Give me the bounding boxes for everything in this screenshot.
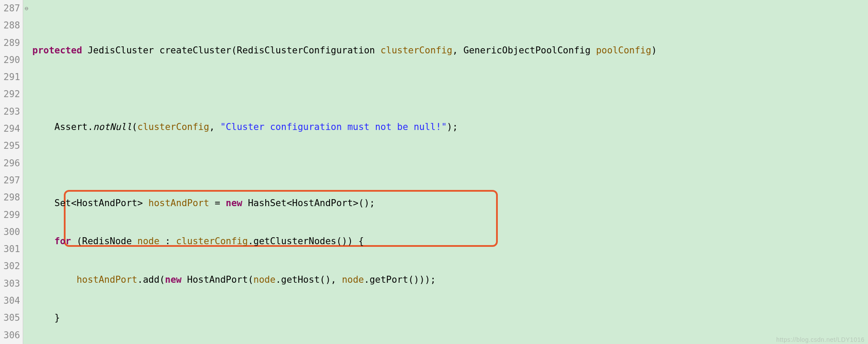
code-line (30, 157, 868, 174)
watermark-text: https://blog.csdn.net/LDY1016 (776, 336, 865, 343)
line-number: 302 (0, 258, 20, 275)
line-number: 298 (0, 189, 20, 206)
line-number: 287 (0, 0, 20, 17)
code-editor[interactable]: protected JedisCluster createCluster(Red… (30, 0, 868, 344)
line-number: 294 (0, 120, 20, 137)
code-line: Assert.notNull(clusterConfig, "Cluster c… (30, 119, 868, 136)
fold-column: ⊖ (23, 0, 30, 344)
line-number: 297 (0, 172, 20, 189)
code-line: hostAndPort.add(new HostAndPort(node.get… (30, 271, 868, 288)
code-line: Set<HostAndPort> hostAndPort = new HashS… (30, 195, 868, 212)
line-number: 301 (0, 241, 20, 258)
line-number: 290 (0, 52, 20, 69)
line-number: 303 (0, 275, 20, 292)
line-number: 291 (0, 69, 20, 86)
code-line (30, 80, 868, 97)
line-number: 306 (0, 327, 20, 344)
line-number: 288 (0, 17, 20, 34)
line-number: 296 (0, 155, 20, 172)
line-number: 304 (0, 292, 20, 309)
line-number: 289 (0, 35, 20, 52)
line-number: 300 (0, 224, 20, 241)
line-number: 299 (0, 207, 20, 224)
line-number: 292 (0, 86, 20, 103)
line-number: 293 (0, 103, 20, 120)
fold-toggle-icon[interactable]: ⊖ (23, 0, 30, 17)
code-line: } (30, 309, 868, 326)
line-number: 305 (0, 309, 20, 326)
line-number: 295 (0, 137, 20, 154)
line-number-gutter: 287 288 289 290 291 292 293 294 295 296 … (0, 0, 23, 344)
code-line: protected JedisCluster createCluster(Red… (30, 42, 868, 59)
code-line: for (RedisNode node : clusterConfig.getC… (30, 233, 868, 250)
